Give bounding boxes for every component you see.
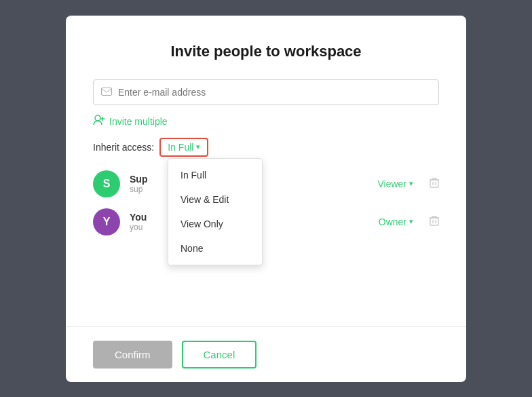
invite-multiple-button[interactable]: Invite multiple [93,115,439,128]
svg-point-1 [95,115,100,121]
member-role-label-y: Owner [379,216,406,227]
table-row: Y You you Owner ▾ [93,208,439,235]
svg-rect-0 [102,88,112,95]
inherit-access-label: Inherit access: [93,142,154,153]
delete-member-s-icon[interactable] [430,177,439,191]
avatar-y: Y [93,208,120,235]
chevron-down-icon: ▾ [196,143,200,151]
inherit-access-value: In Full [168,142,193,153]
table-row: S Sup sup Viewer ▾ [93,170,439,197]
delete-member-y-icon[interactable] [430,215,439,229]
member-role-y[interactable]: Owner ▾ [379,216,413,227]
inherit-access-row: Inherit access: In Full ▾ In Full View &… [93,138,439,157]
chevron-down-icon: ▾ [409,217,413,226]
inherit-access-dropdown[interactable]: In Full ▾ [159,138,208,157]
member-role-label-s: Viewer [377,178,406,189]
dropdown-item-in-full[interactable]: In Full [168,163,262,187]
member-role-s[interactable]: Viewer ▾ [377,178,413,189]
envelope-icon [101,86,112,98]
invite-multiple-label: Invite multiple [109,116,168,127]
cancel-button[interactable]: Cancel [182,341,257,368]
modal-title: Invite people to workspace [93,43,439,60]
svg-rect-8 [430,218,438,225]
email-input-wrapper [93,79,439,105]
dropdown-item-view-only[interactable]: View Only [168,212,262,236]
add-person-icon [93,115,105,128]
modal-body: Invite people to workspace Invite multip [66,16,466,326]
members-list: S Sup sup Viewer ▾ [93,170,439,235]
avatar-s: S [93,170,120,197]
invite-modal: Invite people to workspace Invite multip [66,16,466,382]
dropdown-item-view-edit[interactable]: View & Edit [168,187,262,212]
confirm-button[interactable]: Confirm [93,341,172,368]
dropdown-item-none[interactable]: None [168,236,262,261]
chevron-down-icon: ▾ [409,179,413,188]
svg-rect-4 [430,180,438,187]
email-input[interactable] [93,79,439,105]
access-dropdown-menu: In Full View & Edit View Only None [168,158,263,265]
modal-footer: Confirm Cancel [66,326,466,382]
